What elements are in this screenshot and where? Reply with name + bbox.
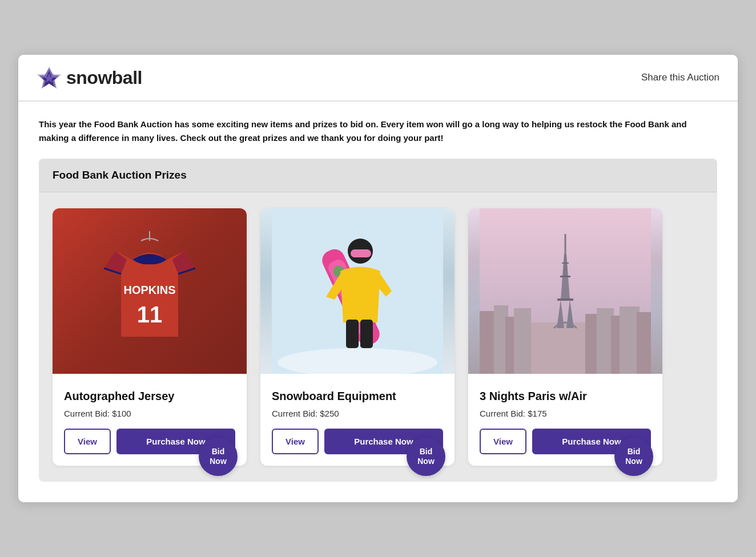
intro-text: This year the Food Bank Auction has some… (39, 118, 690, 145)
card-bid-jersey: Current Bid: $100 (64, 409, 235, 418)
prizes-header: Food Bank Auction Prizes (39, 159, 717, 192)
card-title-paris: 3 Nights Paris w/Air (480, 390, 651, 403)
card-title-jersey: Autographed Jersey (64, 390, 235, 403)
svg-rect-25 (514, 308, 531, 374)
svg-rect-37 (560, 276, 570, 277)
content-area: This year the Food Bank Auction has some… (18, 102, 738, 502)
view-button-paris[interactable]: View (480, 429, 526, 454)
card-image-snowboard (260, 208, 455, 374)
auction-card-snowboard: BidNow Snowboard Equipment Current Bid: … (260, 208, 455, 466)
svg-rect-17 (351, 249, 371, 257)
logo-area: snowball (37, 65, 142, 90)
bid-now-badge-jersey[interactable]: BidNow (199, 437, 238, 476)
header: snowball Share this Auction (18, 55, 738, 102)
prizes-grid: HOPKINS 11 BidNow Autographed Jersey Cur… (39, 192, 717, 482)
share-auction-link[interactable]: Share this Auction (641, 72, 719, 83)
auction-card-paris: BidNow 3 Nights Paris w/Air Current Bid:… (468, 208, 662, 466)
snowball-logo-icon (37, 65, 62, 90)
svg-rect-30 (637, 312, 651, 374)
svg-rect-36 (557, 298, 573, 301)
page-wrapper: snowball Share this Auction This year th… (18, 55, 738, 502)
svg-rect-29 (620, 306, 640, 374)
bid-now-badge-paris[interactable]: BidNow (614, 437, 653, 476)
card-image-jersey: HOPKINS 11 (53, 208, 247, 374)
card-image-paris (468, 208, 662, 374)
svg-rect-19 (360, 320, 373, 348)
prizes-title: Food Bank Auction Prizes (53, 169, 703, 181)
bid-now-badge-snowboard[interactable]: BidNow (407, 437, 445, 476)
card-title-snowboard: Snowboard Equipment (272, 390, 443, 403)
view-button-snowboard[interactable]: View (272, 429, 319, 454)
card-bid-snowboard: Current Bid: $250 (272, 409, 443, 418)
svg-text:HOPKINS: HOPKINS (123, 284, 175, 296)
prizes-section: Food Bank Auction Prizes (39, 159, 717, 482)
svg-rect-38 (562, 263, 569, 264)
svg-text:11: 11 (137, 302, 163, 327)
card-bid-paris: Current Bid: $175 (480, 409, 651, 418)
auction-card-jersey: HOPKINS 11 BidNow Autographed Jersey Cur… (53, 208, 247, 466)
logo-text: snowball (66, 67, 142, 88)
svg-rect-18 (346, 320, 359, 348)
view-button-jersey[interactable]: View (64, 429, 111, 454)
